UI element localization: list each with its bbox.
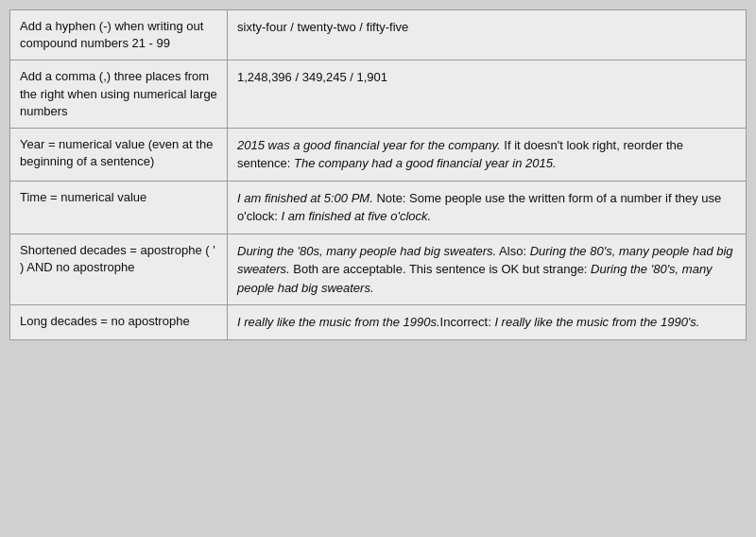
table-row: Add a hyphen (-) when writing out compou… — [10, 10, 747, 61]
grammar-table: Add a hyphen (-) when writing out compou… — [9, 9, 747, 340]
main-table-container: Add a hyphen (-) when writing out compou… — [9, 9, 747, 340]
rule-description: Shortened decades = apostrophe ( ' ) AND… — [10, 234, 228, 305]
table-row: Time = numerical valueI am finished at 5… — [10, 181, 747, 234]
rule-example: 1,248,396 / 349,245 / 1,901 — [228, 61, 747, 129]
example-text: The company had a good financial year in… — [294, 156, 557, 170]
example-text: sixty-four / twenty-two / fifty-five — [237, 20, 408, 34]
rule-description: Add a comma (,) three places from the ri… — [10, 61, 228, 129]
table-row: Long decades = no apostropheI really lik… — [10, 305, 747, 340]
example-text: Incorrect: — [440, 315, 495, 329]
rule-description: Year = numerical value (even at the begi… — [10, 128, 228, 181]
table-row: Shortened decades = apostrophe ( ' ) AND… — [10, 234, 747, 305]
rule-description: Add a hyphen (-) when writing out compou… — [10, 10, 228, 61]
rule-example: I am finished at 5:00 PM. Note: Some peo… — [228, 181, 747, 234]
example-text: I am finished at 5:00 PM. — [237, 191, 373, 205]
example-text: During the '80s, many people had big swe… — [237, 244, 496, 258]
example-text: 1,248,396 / 349,245 / 1,901 — [237, 70, 387, 84]
example-text: Both are acceptable. This sentence is OK… — [290, 262, 591, 276]
table-row: Add a comma (,) three places from the ri… — [10, 61, 747, 129]
example-text: 2015 was a good financial year for the c… — [237, 138, 501, 152]
rule-description: Time = numerical value — [10, 181, 228, 234]
rule-example: During the '80s, many people had big swe… — [228, 234, 747, 305]
example-text: I am finished at five o'clock. — [282, 209, 432, 223]
table-row: Year = numerical value (even at the begi… — [10, 128, 747, 181]
example-text: I really like the music from the 1990s. — [237, 315, 440, 329]
example-text: Also: — [496, 244, 529, 258]
rule-example: sixty-four / twenty-two / fifty-five — [228, 10, 747, 61]
rule-example: 2015 was a good financial year for the c… — [228, 128, 747, 181]
rule-example: I really like the music from the 1990s.I… — [228, 305, 747, 340]
rule-description: Long decades = no apostrophe — [10, 305, 228, 340]
example-text: I really like the music from the 1990's. — [494, 315, 699, 329]
